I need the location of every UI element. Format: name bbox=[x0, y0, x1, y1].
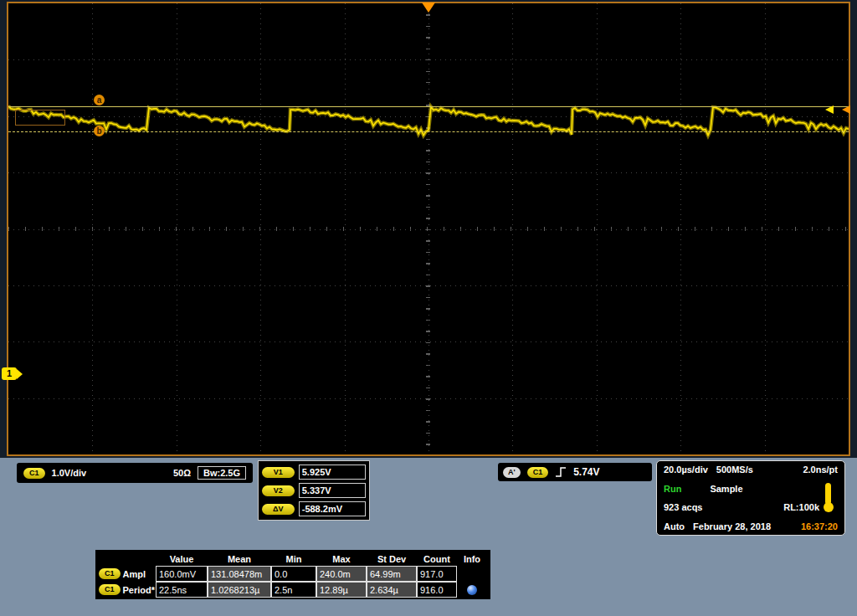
record-length: RL:100k bbox=[783, 502, 819, 512]
cursor-a-line[interactable] bbox=[8, 106, 849, 107]
row-ampl-channel-badge: C1 bbox=[99, 568, 121, 579]
period-value: 22.5ns bbox=[156, 582, 208, 598]
cursor-delta-badge: ΔV bbox=[262, 504, 295, 515]
ch1-impedance: 50Ω bbox=[173, 468, 191, 478]
cursor-a-label[interactable]: a bbox=[94, 95, 105, 105]
datetime-row: Auto February 28, 2018 16:37:20 bbox=[664, 521, 838, 531]
trigger-level-arrow-icon[interactable] bbox=[842, 105, 850, 114]
ampl-stdev: 64.99m bbox=[367, 566, 417, 582]
rising-edge-icon bbox=[555, 466, 567, 478]
cursor-v2-badge: V2 bbox=[262, 485, 295, 496]
resolution: 2.0ns/pt bbox=[803, 465, 838, 475]
header-mean: Mean bbox=[208, 552, 271, 566]
channel-level-arrow-icon[interactable] bbox=[825, 105, 834, 114]
ampl-min: 0.0 bbox=[271, 566, 316, 582]
acqs-count: 923 acqs bbox=[664, 502, 702, 512]
ch1-waveform bbox=[8, 3, 849, 454]
ch1-scale: 1.0V/div bbox=[52, 468, 87, 478]
channel1-reference-marker[interactable]: 1 bbox=[2, 367, 23, 380]
info-sphere-icon[interactable] bbox=[467, 585, 477, 595]
channel1-marker-arrow-icon bbox=[17, 369, 23, 379]
channel1-marker-label: 1 bbox=[2, 367, 17, 380]
run-state: Run bbox=[664, 484, 681, 494]
trigger-settings[interactable]: A' C1 5.74V bbox=[498, 463, 652, 481]
cursor-delta-value: -588.2mV bbox=[299, 501, 366, 516]
period-info bbox=[457, 582, 487, 598]
period-min: 2.5n bbox=[271, 582, 316, 598]
cursor-v1-value: 5.925V bbox=[299, 465, 366, 480]
waveform-display[interactable]: a b 1 bbox=[7, 2, 850, 456]
measurement-table: Value Mean Min Max St Dev Count Info C1 … bbox=[95, 550, 490, 599]
ch1-vertical-settings[interactable]: C1 1.0V/div 50Ω Bw:2.5G bbox=[17, 463, 253, 483]
measurement-header-row: Value Mean Min Max St Dev Count Info bbox=[99, 552, 487, 566]
header-value: Value bbox=[156, 552, 208, 566]
trigger-position-icon[interactable] bbox=[422, 3, 435, 13]
period-max: 12.89µ bbox=[316, 582, 367, 598]
trigger-source-badge: A' bbox=[503, 467, 521, 478]
ampl-value: 160.0mV bbox=[156, 566, 208, 582]
cursor-v2-value: 5.337V bbox=[299, 483, 366, 498]
ch1-bandwidth: Bw:2.5G bbox=[198, 466, 246, 480]
cursor-b-label[interactable]: b bbox=[94, 126, 105, 136]
annotation-box bbox=[15, 110, 65, 126]
period-mean: 1.0268213µ bbox=[208, 582, 271, 598]
ch1-badge: C1 bbox=[23, 468, 45, 479]
header-max: Max bbox=[316, 552, 367, 566]
period-stdev: 2.634µ bbox=[367, 582, 417, 598]
acquisition-panel: 20.0µs/div 500MS/s 2.0ns/pt Run Sample 9… bbox=[656, 460, 845, 536]
header-min: Min bbox=[271, 552, 316, 566]
cursor-v1-row: V1 5.925V bbox=[262, 465, 366, 480]
trigger-channel-badge: C1 bbox=[527, 467, 549, 478]
row-period-channel-badge: C1 bbox=[99, 584, 121, 595]
trigger-level: 5.74V bbox=[573, 466, 599, 478]
ampl-count: 917.0 bbox=[417, 566, 457, 582]
cursor-v1-badge: V1 bbox=[262, 467, 295, 478]
cursor-b-line[interactable] bbox=[8, 131, 849, 132]
cursor-delta-row: ΔV -588.2mV bbox=[262, 501, 366, 516]
trigger-mode: Auto bbox=[664, 521, 685, 531]
run-state-row: Run Sample bbox=[664, 484, 838, 494]
measurement-row-ampl: C1 Ampl 160.0mV 131.08478m 0.0 240.0m 64… bbox=[99, 566, 487, 582]
acquisition-mode: Sample bbox=[710, 484, 742, 494]
header-info: Info bbox=[457, 552, 487, 566]
measurement-row-period: C1 Period* 22.5ns 1.0268213µ 2.5n 12.89µ… bbox=[99, 582, 487, 598]
header-stdev: St Dev bbox=[367, 552, 417, 566]
header-count: Count bbox=[417, 552, 457, 566]
cursor-v2-row: V2 5.337V bbox=[262, 483, 366, 498]
period-count: 916.0 bbox=[417, 582, 457, 598]
timebase-row: 20.0µs/div 500MS/s 2.0ns/pt bbox=[664, 465, 838, 475]
thermometer-icon bbox=[825, 483, 831, 505]
ampl-info bbox=[457, 566, 487, 582]
row-period-name: Period* bbox=[123, 585, 156, 595]
timebase: 20.0µs/div bbox=[664, 465, 708, 475]
row-ampl-name: Ampl bbox=[123, 569, 146, 579]
time: 16:37:20 bbox=[801, 521, 838, 531]
sample-rate: 500MS/s bbox=[716, 465, 753, 475]
ampl-mean: 131.08478m bbox=[208, 566, 271, 582]
cursor-readout-panel: V1 5.925V V2 5.337V ΔV -588.2mV bbox=[258, 460, 370, 521]
date: February 28, 2018 bbox=[693, 521, 771, 531]
acqs-row: 923 acqs RL:100k bbox=[664, 502, 838, 512]
oscilloscope-screen: a b 1 C1 1.0V/div 50Ω Bw:2.5G V1 5.925V … bbox=[0, 0, 857, 616]
status-bar: C1 1.0V/div 50Ω Bw:2.5G V1 5.925V V2 5.3… bbox=[0, 458, 857, 616]
ampl-max: 240.0m bbox=[316, 566, 367, 582]
